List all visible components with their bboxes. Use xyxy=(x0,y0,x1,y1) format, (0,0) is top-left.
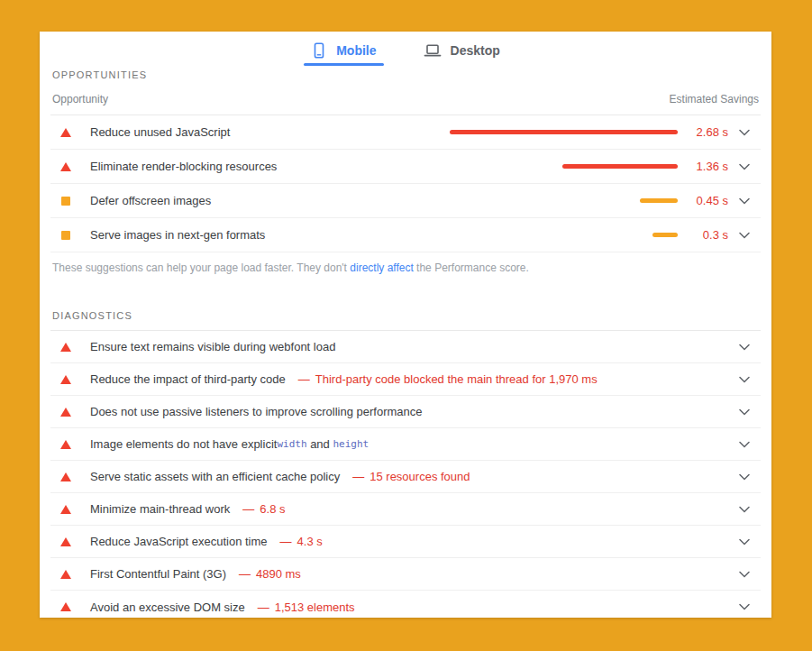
diagnostic-label: Does not use passive listeners to improv… xyxy=(90,405,423,418)
diagnostic-row[interactable]: Reduce JavaScript execution time — 4.3 s xyxy=(50,526,761,558)
expand-button[interactable] xyxy=(728,441,761,448)
chevron-down-icon xyxy=(739,163,750,170)
diagnostic-label: Ensure text remains visible during webfo… xyxy=(90,340,335,353)
opportunities-note: These suggestions can help your page loa… xyxy=(50,252,761,274)
chevron-down-icon xyxy=(739,408,750,416)
diagnostic-detail: 6.8 s xyxy=(260,502,285,516)
opportunity-row[interactable]: Eliminate render-blocking resources 1.36… xyxy=(50,150,761,184)
opportunities-column-headers: Opportunity Estimated Savings xyxy=(50,80,761,115)
tab-mobile[interactable]: Mobile xyxy=(304,39,383,66)
chevron-down-icon xyxy=(739,197,750,205)
savings-bar xyxy=(640,198,678,203)
chevron-down-icon xyxy=(739,441,750,448)
expand-button[interactable] xyxy=(728,506,761,513)
fail-triangle-icon xyxy=(59,408,72,417)
report-card: Mobile Desktop OPPORTUNITIES Opportunity… xyxy=(40,32,771,618)
expand-button[interactable] xyxy=(728,603,761,610)
diagnostic-label: First Contentful Paint (3G) xyxy=(90,567,226,581)
code-width: width xyxy=(277,438,306,450)
diagnostic-label: Avoid an excessive DOM size xyxy=(90,601,245,614)
diagnostic-row[interactable]: First Contentful Paint (3G) — 4890 ms xyxy=(50,558,761,591)
opportunities-title: OPPORTUNITIES xyxy=(50,66,761,80)
expand-button[interactable] xyxy=(728,376,761,383)
savings-value: 0.45 s xyxy=(683,194,728,207)
expand-button[interactable] xyxy=(728,232,761,239)
fail-triangle-icon xyxy=(59,505,72,514)
fail-triangle-icon xyxy=(59,162,72,171)
savings-value: 0.3 s xyxy=(683,228,728,242)
device-tabs: Mobile Desktop xyxy=(40,32,771,66)
diagnostic-label: Serve static assets with an efficient ca… xyxy=(90,470,340,483)
opportunity-label: Serve images in next-gen formats xyxy=(90,228,450,242)
diagnostics-section: Ensure text remains visible during webfo… xyxy=(50,331,761,623)
expand-button[interactable] xyxy=(728,538,761,546)
fail-triangle-icon xyxy=(59,375,72,384)
diagnostic-label: and xyxy=(307,437,333,451)
fail-triangle-icon xyxy=(59,602,72,611)
savings-bar xyxy=(562,164,678,169)
tab-desktop[interactable]: Desktop xyxy=(416,39,507,66)
diagnostic-row[interactable]: Avoid an excessive DOM size — 1,513 elem… xyxy=(50,591,761,623)
opportunity-row[interactable]: Serve images in next-gen formats 0.3 s xyxy=(50,218,761,252)
desktop-icon xyxy=(424,42,442,59)
expand-button[interactable] xyxy=(728,129,761,136)
fail-triangle-icon xyxy=(59,128,72,137)
opportunities-section: OPPORTUNITIES Opportunity Estimated Savi… xyxy=(40,66,771,623)
average-square-icon xyxy=(59,197,72,206)
tab-desktop-label: Desktop xyxy=(451,43,500,58)
expand-button[interactable] xyxy=(728,197,761,205)
fail-triangle-icon xyxy=(59,537,72,546)
opportunity-label: Defer offscreen images xyxy=(90,194,450,207)
chevron-down-icon xyxy=(739,603,750,610)
chevron-down-icon xyxy=(739,506,750,513)
tab-mobile-label: Mobile xyxy=(336,43,376,58)
diagnostic-row[interactable]: Image elements do not have explicit widt… xyxy=(50,428,761,461)
expand-button[interactable] xyxy=(728,344,761,351)
chevron-down-icon xyxy=(739,376,750,383)
fail-triangle-icon xyxy=(59,472,72,481)
expand-button[interactable] xyxy=(728,408,761,416)
diagnostic-row[interactable]: Minimize main-thread work — 6.8 s xyxy=(50,493,761,526)
savings-value: 1.36 s xyxy=(683,160,728,173)
expand-button[interactable] xyxy=(728,473,761,481)
code-height: height xyxy=(333,438,369,450)
chevron-down-icon xyxy=(739,129,750,136)
diagnostic-label: Minimize main-thread work xyxy=(90,502,230,516)
opportunity-label: Eliminate render-blocking resources xyxy=(90,160,450,173)
diagnostic-detail: Third-party code blocked the main thread… xyxy=(315,372,598,386)
directly-affect-link[interactable]: directly affect xyxy=(350,261,413,274)
opportunity-row[interactable]: Reduce unused JavaScript 2.68 s xyxy=(50,115,761,150)
diagnostic-row[interactable]: Ensure text remains visible during webfo… xyxy=(50,331,761,363)
average-square-icon xyxy=(59,231,72,240)
diagnostic-row[interactable]: Does not use passive listeners to improv… xyxy=(50,396,761,428)
diagnostic-detail: 4890 ms xyxy=(256,567,301,581)
diagnostic-detail: 4.3 s xyxy=(297,535,323,548)
fail-triangle-icon xyxy=(59,440,72,449)
diagnostic-row[interactable]: Serve static assets with an efficient ca… xyxy=(50,461,761,493)
diagnostic-label: Image elements do not have explicit xyxy=(90,437,277,451)
fail-triangle-icon xyxy=(59,343,72,352)
chevron-down-icon xyxy=(739,473,750,481)
expand-button[interactable] xyxy=(728,163,761,170)
chevron-down-icon xyxy=(739,538,750,546)
expand-button[interactable] xyxy=(728,571,761,578)
diagnostic-label: Reduce the impact of third-party code xyxy=(90,372,286,386)
fail-triangle-icon xyxy=(59,570,72,579)
opportunity-row[interactable]: Defer offscreen images 0.45 s xyxy=(50,184,761,218)
savings-bar xyxy=(652,233,678,237)
diagnostic-detail: 15 resources found xyxy=(370,470,470,483)
diagnostic-detail: 1,513 elements xyxy=(275,601,355,614)
diagnostics-title: DIAGNOSTICS xyxy=(50,274,761,331)
opportunity-label: Reduce unused JavaScript xyxy=(90,125,450,139)
diagnostic-row[interactable]: Reduce the impact of third-party code — … xyxy=(50,363,761,396)
chevron-down-icon xyxy=(739,571,750,578)
savings-bar xyxy=(450,130,678,134)
mobile-icon xyxy=(311,42,327,59)
diagnostic-label: Reduce JavaScript execution time xyxy=(90,535,268,548)
savings-value: 2.68 s xyxy=(683,125,728,139)
column-estimated-savings: Estimated Savings xyxy=(670,93,759,105)
column-opportunity: Opportunity xyxy=(52,93,108,105)
chevron-down-icon xyxy=(739,344,750,351)
chevron-down-icon xyxy=(739,232,750,239)
